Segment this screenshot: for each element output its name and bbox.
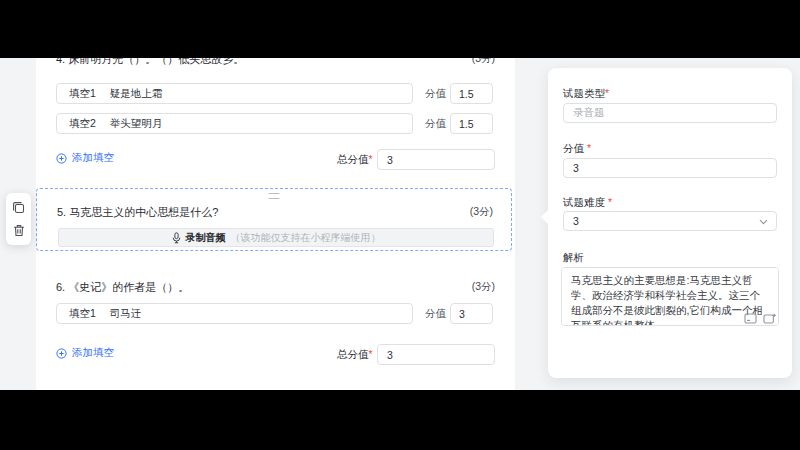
question-5-text: 5. 马克思主义的中心思想是什么?: [57, 206, 218, 218]
type-label: 试题类型*: [563, 87, 609, 101]
difficulty-label: 试题难度 *: [563, 196, 612, 210]
required-asterisk: *: [608, 196, 612, 208]
type-label-text: 试题类型: [563, 87, 605, 99]
question-5-title: 5. 马克思主义的中心思想是什么? (3分): [57, 205, 493, 220]
score-label: 分值: [425, 83, 446, 104]
quiz-editor-app: 4. 床前明月光（）。（）低头思故乡。 (3分) 填空1 疑是地上霜 分值 填空…: [0, 58, 800, 390]
analysis-label-text: 解析: [563, 251, 584, 263]
panel-arrow: [541, 210, 555, 224]
record-audio-note: （该功能仅支持在小程序端使用）: [231, 231, 381, 245]
question-4-text: 4. 床前明月光（）。（）低头思故乡。: [56, 58, 244, 65]
score-label: 分值: [425, 303, 446, 324]
blank-1-label: 填空1: [69, 307, 96, 321]
total-score-label: 总分值*: [337, 149, 373, 170]
question-6-total-input[interactable]: [377, 344, 495, 365]
microphone-icon: [172, 232, 181, 244]
blank-2-input[interactable]: 填空2 举头望明月: [56, 113, 413, 134]
add-blank-label: 添加填空: [72, 346, 114, 360]
add-blank-label: 添加填空: [72, 151, 114, 165]
question-5-points: (3分): [470, 205, 493, 219]
score-label: 分值: [425, 113, 446, 134]
add-blank-link[interactable]: 添加填空: [56, 346, 114, 360]
blank-2-label: 填空2: [69, 117, 96, 131]
plus-circle-icon: [56, 348, 67, 359]
total-score-text: 总分值: [337, 153, 369, 165]
question-5-selected-card[interactable]: 5. 马克思主义的中心思想是什么? (3分) 录制音频 （该功能仅支持在小程序端…: [36, 188, 512, 251]
chevron-down-icon: [759, 219, 768, 225]
blank-row: 填空1 司马迁 分值: [56, 303, 493, 324]
panel-icon[interactable]: [744, 313, 757, 324]
question-4-points: (3分): [472, 58, 495, 66]
analysis-label: 解析: [563, 251, 584, 265]
question-6-points: (3分): [472, 280, 495, 294]
question-6-title: 6. 《史记》的作者是（）。 (3分): [56, 280, 495, 295]
blank-row: 填空1 疑是地上霜 分值: [56, 83, 493, 104]
question-4-title: 4. 床前明月光（）。（）低头思故乡。 (3分): [56, 58, 495, 67]
blank-2-score-input[interactable]: [450, 113, 493, 134]
required-asterisk: *: [605, 87, 609, 99]
top-letterbox: [0, 0, 800, 58]
plus-circle-icon: [56, 153, 67, 164]
drag-handle[interactable]: [269, 193, 280, 199]
record-audio-label: 录制音频: [186, 231, 226, 245]
add-blank-link[interactable]: 添加填空: [56, 151, 114, 165]
difficulty-value: 3: [573, 215, 579, 227]
image-add-icon[interactable]: [763, 313, 776, 324]
type-input[interactable]: [563, 103, 777, 123]
blank-2-value: 举头望明月: [110, 117, 163, 131]
question-6-text: 6. 《史记》的作者是（）。: [56, 281, 189, 293]
panel-score-input[interactable]: [563, 158, 777, 178]
difficulty-label-text: 试题难度: [563, 196, 605, 208]
blank-1-label: 填空1: [69, 87, 96, 101]
panel-score-label: 分值 *: [563, 142, 591, 156]
screenshot-stage: 4. 床前明月光（）。（）低头思故乡。 (3分) 填空1 疑是地上霜 分值 填空…: [0, 0, 800, 450]
total-score-text: 总分值: [337, 348, 369, 360]
blank-1-score-input[interactable]: [450, 303, 493, 324]
question-settings-panel: 试题类型* 分值 * 试题难度 * 3 解析 马克思主义的主要思想是:马克思主义…: [548, 68, 792, 378]
record-audio-button[interactable]: 录制音频 （该功能仅支持在小程序端使用）: [58, 228, 494, 247]
blank-1-input[interactable]: 填空1 疑是地上霜: [56, 83, 413, 104]
difficulty-select[interactable]: 3: [563, 211, 777, 231]
question-list-card: 4. 床前明月光（）。（）低头思故乡。 (3分) 填空1 疑是地上霜 分值 填空…: [36, 58, 515, 390]
delete-question-button[interactable]: [10, 222, 27, 239]
blank-1-value: 司马迁: [110, 307, 142, 321]
duplicate-question-button[interactable]: [10, 199, 27, 216]
trash-icon: [13, 224, 25, 237]
total-score-label: 总分值*: [337, 344, 373, 365]
required-asterisk: *: [587, 142, 591, 154]
blank-1-input[interactable]: 填空1 司马迁: [56, 303, 413, 324]
required-asterisk: *: [369, 348, 373, 360]
required-asterisk: *: [369, 153, 373, 165]
bottom-letterbox: [0, 390, 800, 450]
score-label-text: 分值: [563, 142, 584, 154]
copy-icon: [12, 201, 25, 214]
question-4-total-input[interactable]: [377, 149, 495, 170]
blank-row: 填空2 举头望明月 分值: [56, 113, 493, 134]
blank-1-value: 疑是地上霜: [110, 87, 163, 101]
analysis-toolbar: [744, 313, 776, 324]
blank-1-score-input[interactable]: [450, 83, 493, 104]
question-actions-toolbar: [6, 193, 31, 245]
